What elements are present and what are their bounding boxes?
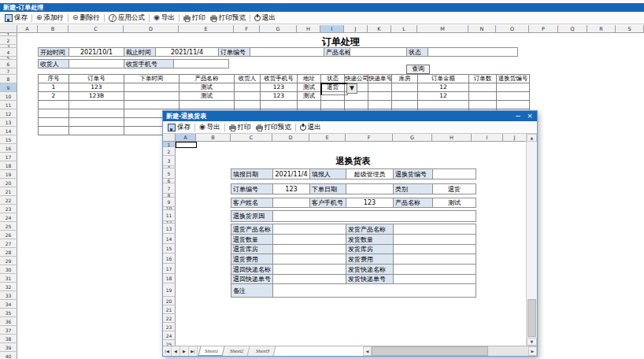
column-header-P[interactable]: P: [529, 25, 558, 33]
column-header-N[interactable]: N: [468, 25, 496, 33]
status-dropdown-button[interactable]: ▼: [346, 83, 357, 94]
orders-table-header[interactable]: 退换货编号: [497, 75, 530, 83]
orders-table-empty-cell[interactable]: [392, 101, 418, 109]
minimize-button[interactable]: −: [512, 111, 524, 121]
orders-table-cell[interactable]: 12: [418, 92, 469, 101]
delete-row-button[interactable]: ⊖ 删除行: [70, 13, 102, 24]
dialog-column-header-G[interactable]: G: [393, 134, 432, 142]
orders-table-header[interactable]: 下单时间: [124, 75, 180, 83]
filter-value-input[interactable]: 2021/10/1: [68, 47, 124, 57]
column-header-F[interactable]: F: [234, 25, 260, 33]
filter-value-input[interactable]: [427, 47, 518, 57]
orders-table-empty-cell[interactable]: [345, 101, 368, 109]
save-button[interactable]: 保存: [2, 13, 30, 24]
orders-table-empty-cell[interactable]: [124, 101, 180, 109]
column-header-G[interactable]: G: [260, 25, 297, 33]
dialog-column-header-I[interactable]: I: [472, 134, 503, 142]
filter-value-input[interactable]: 2021/11/4: [155, 47, 219, 57]
apply-formula-button[interactable]: ƒ 应用公式: [106, 13, 147, 24]
export-button[interactable]: ◉ 导出: [151, 13, 177, 24]
tab-last-button[interactable]: ▶|: [189, 346, 198, 356]
filter-value-input[interactable]: [68, 59, 124, 68]
orders-table-header[interactable]: 快递单号: [368, 75, 392, 83]
column-header-R[interactable]: R: [587, 25, 616, 33]
scroll-left-button[interactable]: ◀: [363, 346, 372, 356]
orders-table-empty-cell[interactable]: [368, 101, 392, 109]
form-value-input[interactable]: 123: [346, 198, 394, 208]
orders-table-cell[interactable]: 1: [39, 83, 69, 92]
filter-value-input[interactable]: [173, 59, 229, 68]
exit-button[interactable]: 退出: [252, 13, 278, 24]
orders-table-empty-cell[interactable]: [418, 101, 469, 109]
dialog-exit-button[interactable]: 退出: [298, 122, 324, 133]
orders-table-cell[interactable]: [497, 83, 530, 92]
scrollbar-track[interactable]: [488, 346, 528, 356]
column-header-D[interactable]: D: [124, 25, 179, 33]
orders-table-cell[interactable]: 12: [418, 83, 469, 92]
orders-table-cell[interactable]: 测试: [180, 83, 235, 92]
column-header-B[interactable]: B: [38, 25, 68, 33]
dialog-print-button[interactable]: 打印: [227, 122, 254, 133]
orders-table-cell[interactable]: [469, 92, 497, 101]
sheet-tab-sheet3[interactable]: Sheet3: [250, 346, 276, 356]
orders-table-header[interactable]: 库房: [392, 75, 418, 83]
dialog-column-header-C[interactable]: C: [231, 134, 272, 142]
orders-table-header[interactable]: 订单号: [69, 75, 124, 83]
orders-table-header[interactable]: 收货人: [235, 75, 261, 83]
filter-value-input[interactable]: [350, 47, 407, 57]
orders-table-header[interactable]: 快递公司: [345, 75, 368, 83]
form-value-input[interactable]: [346, 183, 394, 194]
form-value-input[interactable]: [272, 210, 476, 222]
dialog-column-header-F[interactable]: F: [346, 134, 393, 142]
column-header-K[interactable]: K: [368, 25, 391, 33]
dialog-column-header-H[interactable]: H: [432, 134, 472, 142]
dialog-vertical-scrollbar[interactable]: ▲ ▼: [526, 134, 537, 346]
form-value-input[interactable]: [432, 168, 476, 180]
dialog-column-header-J[interactable]: J: [503, 134, 527, 142]
selected-cell-a1[interactable]: [176, 142, 197, 148]
form-value-input[interactable]: [272, 234, 346, 245]
scrollbar-thumb[interactable]: [527, 299, 536, 337]
orders-table-empty-cell[interactable]: [39, 109, 69, 118]
dialog-column-header-D[interactable]: D: [272, 134, 309, 142]
add-row-button[interactable]: ⊕ 添加行: [34, 13, 66, 24]
sheet-tab-sheet1[interactable]: Sheet1: [198, 346, 225, 356]
orders-table-cell[interactable]: 测试: [298, 83, 321, 92]
column-header-J[interactable]: J: [344, 25, 368, 33]
orders-table-empty-cell[interactable]: [69, 127, 124, 135]
orders-table-empty-cell[interactable]: [39, 118, 69, 127]
form-value-input[interactable]: [393, 264, 476, 275]
orders-table-cell[interactable]: [235, 92, 261, 101]
form-value-input[interactable]: [272, 283, 476, 298]
orders-table-cell[interactable]: [497, 92, 530, 101]
orders-table-empty-cell[interactable]: [39, 127, 69, 135]
scroll-right-button[interactable]: ▶: [528, 346, 537, 356]
dialog-export-button[interactable]: ◉ 导出: [197, 122, 223, 133]
query-button[interactable]: 查询: [406, 65, 430, 74]
scroll-up-button[interactable]: ▲: [527, 134, 537, 142]
orders-table-header[interactable]: 收货手机号: [261, 75, 298, 83]
print-button[interactable]: 打印: [181, 13, 208, 24]
dialog-column-header-E[interactable]: E: [309, 134, 346, 142]
close-button[interactable]: ×: [524, 111, 536, 121]
scroll-down-button[interactable]: ▼: [527, 338, 537, 346]
column-header-Q[interactable]: Q: [558, 25, 587, 33]
form-value-input[interactable]: 测试: [432, 198, 476, 208]
column-header-O[interactable]: O: [496, 25, 529, 33]
filter-value-input[interactable]: [250, 47, 324, 57]
orders-table-empty-cell[interactable]: [469, 101, 497, 109]
column-header-H[interactable]: H: [297, 25, 320, 33]
form-value-input[interactable]: 超级管理员: [346, 168, 394, 180]
orders-table-header[interactable]: 产品名称: [180, 75, 235, 83]
sheet-corner[interactable]: [0, 25, 17, 33]
orders-table-cell[interactable]: 123B: [69, 92, 124, 101]
form-value-input[interactable]: [272, 224, 346, 235]
form-value-input[interactable]: [393, 254, 476, 265]
orders-table-cell[interactable]: [124, 83, 180, 92]
form-value-input[interactable]: [393, 224, 476, 235]
orders-table-cell[interactable]: 123: [261, 83, 298, 92]
orders-table-empty-cell[interactable]: [39, 101, 69, 109]
column-header-S[interactable]: S: [616, 25, 644, 33]
scrollbar-thumb[interactable]: [372, 346, 488, 356]
orders-table-header[interactable]: 订单数: [469, 75, 497, 83]
